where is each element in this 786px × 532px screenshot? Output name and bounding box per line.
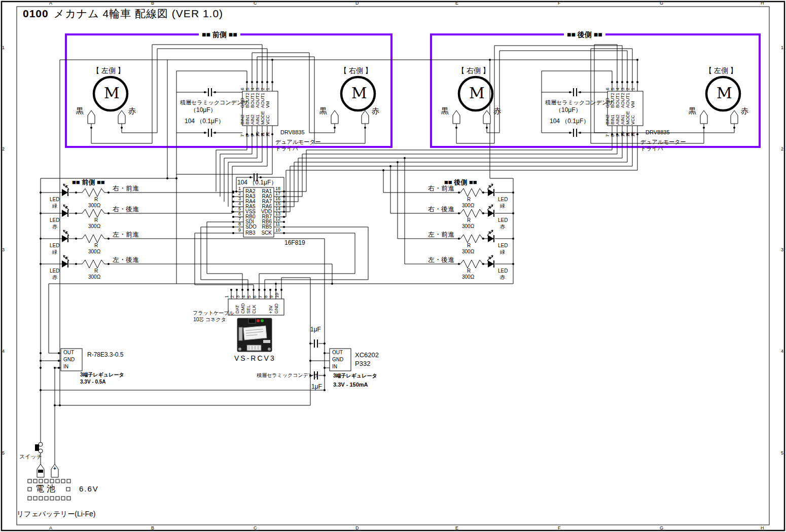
resistor-label: R <box>94 197 98 202</box>
pin-label: BIN1 <box>245 115 250 125</box>
led-label: LED <box>498 197 508 202</box>
capacitor-name: 積層セラミックコンデンサ <box>257 372 307 379</box>
pin-label: AOUT1 <box>260 93 265 108</box>
regulator-note: 3端子レギュレータ <box>80 371 124 378</box>
pin-number: 9 <box>269 295 274 298</box>
ic-part-number: DRV8835 <box>280 129 305 135</box>
led-color: 緑 <box>52 249 57 256</box>
pin-number: 16 <box>275 196 280 201</box>
pin-number: 4 <box>241 295 246 298</box>
regulator-note: 3.3V - 0.5A <box>80 379 106 385</box>
pin-label: GND <box>240 98 245 108</box>
grid-row: 4 <box>2 349 5 354</box>
regulator-part-number: XC6202 <box>355 351 379 359</box>
motor-title: 【 右側 】 <box>340 66 372 75</box>
pin-number: 1 <box>265 88 270 90</box>
capacitor-value: 1μF <box>310 326 321 333</box>
grid-col: G <box>660 1 663 6</box>
ic-description: ドライバ <box>275 145 298 153</box>
grid-col: E <box>455 1 458 6</box>
pin-number: 11 <box>260 132 265 137</box>
resistor-value: 300Ω <box>88 203 100 208</box>
led-color: 緑 <box>500 203 505 210</box>
pin-label: +3V <box>268 306 273 314</box>
motor-letter: M <box>717 84 730 102</box>
resistor-label: R <box>467 268 471 274</box>
pin-number: 6 <box>252 295 257 298</box>
grid-row: 2 <box>2 146 5 151</box>
pin-number: 12 <box>630 132 635 137</box>
pin-label: VCC <box>630 115 635 125</box>
pin-number: 5 <box>245 88 250 90</box>
pin-number: 15 <box>275 201 280 206</box>
pin-label: AOUT2 <box>620 93 625 108</box>
capacitor-value: （10μF） <box>190 106 217 115</box>
capacitor-value: 104 （0.1μF） <box>185 117 224 126</box>
pin-label: SCK <box>257 230 272 236</box>
grid-col: G <box>660 525 663 530</box>
pin-label: IN <box>332 364 337 369</box>
motor-letter: M <box>104 84 117 102</box>
pin-label: BIN2 <box>240 115 245 125</box>
grid-col: A <box>49 525 52 530</box>
led-color: 赤 <box>500 223 505 231</box>
grid-row: 5 <box>2 450 5 455</box>
pin-number: 10 <box>275 227 280 233</box>
pin-label: GND <box>605 98 610 108</box>
pin-number: 6 <box>235 211 241 216</box>
grid-col: F <box>558 525 561 530</box>
regulator-note: 3端子レギュレータ <box>333 372 377 379</box>
pin-label: BIN2 <box>605 115 610 125</box>
resistor-symbols <box>82 188 483 268</box>
drawing-number: 0100 <box>23 8 49 19</box>
pin-number: 6 <box>240 88 245 90</box>
pin-label: AIN1 <box>255 115 260 125</box>
regulator-note: 3.3V - 150mA <box>333 382 368 388</box>
led-front-header: ■■ 前側 ■■ <box>72 178 105 187</box>
capacitor-value: 104 （0.1μF） <box>550 117 589 126</box>
signal-label: 右・後進 <box>424 205 454 214</box>
motor-letter: M <box>351 84 365 102</box>
grid-row: 3 <box>781 247 783 252</box>
battery-type: リフェバッテリー(Li-Fe) <box>17 510 96 519</box>
pin-number: 7 <box>605 134 610 137</box>
pin-number: 11 <box>625 132 630 137</box>
pin-number: 2 <box>230 295 235 298</box>
pin-number: 13 <box>275 211 280 216</box>
receiver-name: VS-RCV3 <box>234 354 276 362</box>
pin-number: 1 <box>224 295 229 298</box>
motor-title: 【 左側 】 <box>705 66 737 75</box>
motor-title: 【 左側 】 <box>92 66 125 75</box>
signal-label: 右・前進 <box>113 184 139 193</box>
grid-row: 3 <box>2 247 5 252</box>
capacitor-value: 1μF <box>311 383 322 390</box>
led-color: 緑 <box>500 249 505 256</box>
pin-number: 3 <box>235 196 241 201</box>
wire-color-black: 黒 <box>319 106 327 116</box>
resistor-value: 300Ω <box>462 223 474 229</box>
pin-number: 7 <box>258 295 263 298</box>
pin-label: VM <box>265 101 270 108</box>
pin-label: IN <box>63 364 68 369</box>
grid-col: D <box>355 525 359 530</box>
motor-title: 【 右側 】 <box>457 66 490 75</box>
pin-label: MODE <box>625 111 630 125</box>
pin-number: 3 <box>255 88 260 90</box>
pin-label: MODE <box>260 111 265 125</box>
plugs <box>37 110 738 477</box>
pin-label: CMD <box>240 303 245 314</box>
ic-part-number: DRV8835 <box>646 129 670 135</box>
regulator-part-number: R-78E3.3-0.5 <box>87 351 123 358</box>
ic-part-number: 16F819 <box>284 239 305 246</box>
resistor-label: R <box>94 243 98 248</box>
receiver-photo <box>237 318 272 352</box>
resistor-value: 300Ω <box>462 249 474 254</box>
pin-number: 9 <box>250 134 255 137</box>
pin-number: 8 <box>245 134 250 137</box>
pin-number: 18 <box>275 186 280 191</box>
pin-label: AIN2 <box>615 115 620 125</box>
pin-number: 1 <box>235 186 241 191</box>
pin-label: CLK <box>252 305 257 314</box>
pin-label: BIN1 <box>610 115 615 125</box>
switch-label: スイッチ <box>19 453 42 461</box>
